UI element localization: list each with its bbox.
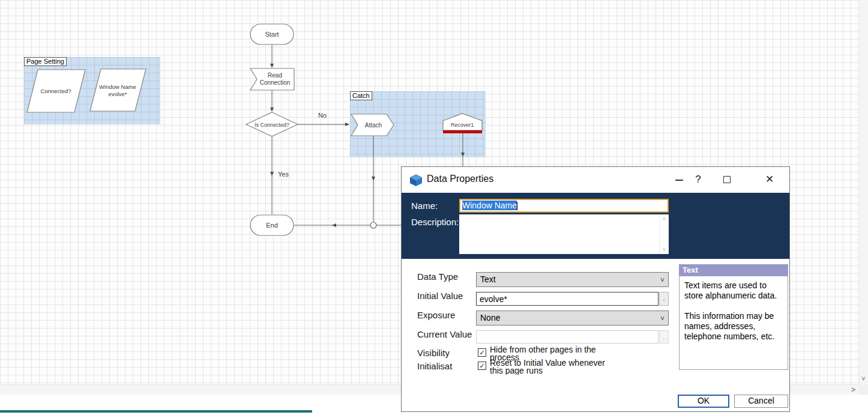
text-caret [517, 202, 517, 210]
description-label: Description: [411, 217, 459, 227]
initialisation-checkbox[interactable]: ✓ [478, 362, 486, 370]
dialog-app-icon [409, 173, 423, 187]
current-value-input [476, 330, 659, 344]
catch-block[interactable]: Catch [350, 91, 486, 157]
ok-button[interactable]: OK [678, 395, 729, 408]
current-value-label: Current Value [417, 329, 472, 339]
scroll-down-icon[interactable]: ˅ [660, 246, 669, 253]
close-icon[interactable]: ✕ [763, 172, 776, 187]
dialog-title: Data Properties [427, 174, 493, 184]
teal-accent-bar [0, 410, 312, 413]
help-icon[interactable]: ? [692, 172, 704, 187]
cancel-button[interactable]: Cancel [734, 395, 788, 408]
exposure-label: Exposure [417, 310, 455, 320]
visibility-label: Visibility [417, 348, 450, 358]
name-input[interactable]: Window Name [459, 199, 669, 213]
data-type-value: Text [480, 274, 496, 284]
initial-value-input[interactable] [476, 292, 659, 306]
check-icon: ✓ [479, 362, 484, 369]
page-setting-block-label: Page Setting [24, 57, 67, 66]
current-value-browse-button: . [659, 330, 669, 344]
catch-block-label: Catch [350, 91, 372, 100]
initialisation-checkbox-text: Reset to Initial Value whenever this pag… [490, 359, 610, 375]
chevron-down-icon: ˅ [660, 274, 665, 288]
dialog-header-panel: Name: Window Name Description: ˄ ˅ [402, 193, 789, 259]
initialisation-label: Initialisat [417, 361, 452, 371]
visibility-checkbox[interactable]: ✓ [478, 348, 486, 357]
initial-value-label: Initial Value [417, 291, 463, 301]
dialog-titlebar[interactable]: Data Properties ? ✕ [402, 167, 789, 193]
description-scrollbar[interactable]: ˄ ˅ [659, 214, 669, 254]
scrollbar-corner [858, 384, 868, 395]
info-panel-paragraph: This information may be names, addresses… [684, 311, 783, 342]
data-type-info-panel: Text Text items are used to store alphan… [679, 264, 788, 370]
minimize-icon[interactable] [675, 180, 683, 181]
info-panel-header: Text [679, 264, 788, 276]
data-type-dropdown[interactable]: Text ˅ [476, 272, 669, 287]
info-panel-body: Text items are used to store alphanumeri… [679, 276, 788, 370]
scroll-up-icon[interactable]: ˄ [660, 216, 669, 222]
info-panel-paragraph: Text items are used to store alphanumeri… [684, 280, 783, 301]
chevron-down-icon: ˅ [660, 312, 665, 326]
scroll-down-icon[interactable]: ˅ [859, 374, 868, 384]
maximize-icon[interactable] [723, 176, 731, 183]
exposure-dropdown[interactable]: None ˅ [476, 310, 669, 326]
check-icon: ✓ [479, 349, 484, 356]
scroll-right-icon[interactable]: ˃ [848, 385, 858, 395]
data-properties-dialog: Data Properties ? ✕ Name: Window Name De… [401, 166, 790, 412]
description-input[interactable]: ˄ ˅ [459, 214, 669, 254]
page-setting-block[interactable]: Page Setting [24, 57, 160, 124]
name-input-selected-text: Window Name [462, 201, 517, 210]
initial-value-browse-button[interactable]: . [659, 292, 669, 306]
vertical-scrollbar[interactable]: ˅ [858, 0, 868, 384]
exposure-value: None [480, 313, 500, 323]
data-type-label: Data Type [417, 271, 458, 282]
name-label: Name: [411, 201, 438, 211]
